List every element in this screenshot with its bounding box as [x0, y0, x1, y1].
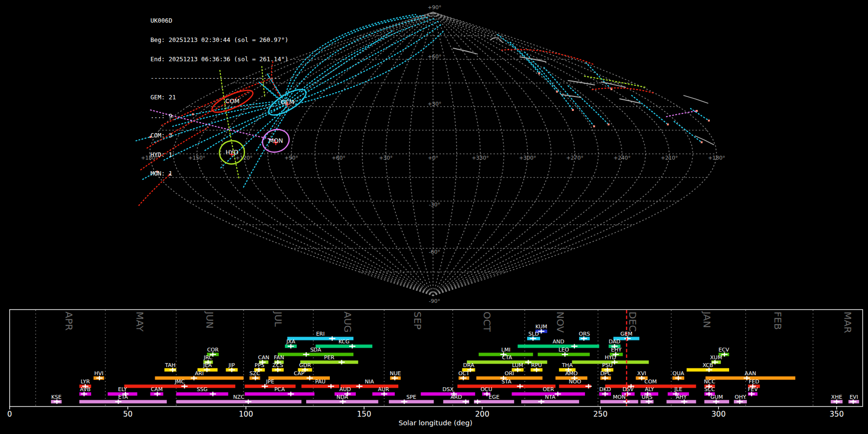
shower-label-CAM: CAM — [151, 386, 163, 393]
meteor-trail — [453, 48, 477, 54]
meteor-trail — [592, 88, 654, 93]
axis-tick-label: 200 — [475, 410, 489, 419]
shower-bar-PCA — [245, 393, 315, 396]
month-label-JUN: JUN — [204, 311, 216, 329]
shower-label-PSU: PSU — [602, 362, 613, 368]
shower-label-KSE: KSE — [51, 394, 61, 400]
shower-label-PCA: PCA — [274, 386, 285, 393]
shower-label-RPU: RPU — [531, 362, 542, 368]
map-latitude-label: +90° — [428, 4, 442, 11]
meteor-trail — [294, 24, 442, 102]
separator-line: ------------------------------------ — [150, 75, 288, 81]
shower-label-KUM: KUM — [535, 324, 547, 330]
session-begin: Beg: 20251213 02:30:44 (sol = 260.97°) — [150, 37, 288, 43]
axis-tick-label: 0 — [7, 410, 12, 419]
shower-label-NZC: NZC — [233, 394, 245, 400]
shower-label-CAN: CAN — [258, 354, 269, 361]
map-longitude-label: +270° — [566, 155, 583, 161]
meteor-trail — [136, 137, 150, 141]
shower-bar-NTA — [521, 400, 579, 404]
shower-label-SLD: SLD — [529, 331, 539, 337]
axis-tick-label: 250 — [593, 410, 608, 419]
shower-label-FEV: FEV — [748, 386, 758, 393]
shower-label-HYD: HYD — [605, 354, 616, 361]
shower-label-KCG: KCG — [339, 339, 350, 345]
shower-label-SZC: SZC — [249, 370, 260, 377]
shower-label-JLE: JLE — [674, 386, 682, 393]
shower-bar-SDA — [278, 353, 353, 356]
sky-map-and-activity-chart: +180°+150°+120°+90°+60°+30°+0°+330°+300°… — [0, 0, 868, 434]
shower-label-AVB: AVB — [80, 386, 91, 393]
shower-label-ALY: ALY — [645, 386, 654, 393]
station-id: UK006D — [150, 17, 288, 24]
axis-tick-label: 300 — [711, 410, 726, 419]
shower-label-ELY: ELY — [118, 386, 127, 393]
shower-label-EGE: EGE — [488, 394, 499, 400]
shower-label-SSG: SSG — [197, 386, 208, 393]
month-label-AUG: AUG — [342, 312, 353, 333]
shower-label-DSX: DSX — [442, 386, 453, 393]
count-hyd: HYD: 1 — [150, 151, 288, 158]
shower-label-DSV: DSV — [623, 386, 634, 393]
trail-endpoint-marker — [708, 120, 710, 122]
map-longitude-label: +60° — [332, 155, 346, 161]
shower-label-LUM: LUM — [512, 362, 523, 368]
shower-label-CAP: CAP — [294, 370, 304, 377]
shower-label-EVI: EVI — [850, 394, 858, 400]
shower-bar-SSG — [176, 393, 228, 396]
shower-label-CTA: CTA — [502, 354, 513, 361]
activity-timeline-chart: APRMAYJUNJULAUGSEPOCTNOVDECJANFEBMARKUME… — [7, 310, 863, 427]
month-label-MAY: MAY — [134, 312, 146, 332]
shower-label-OCU: OCU — [480, 386, 492, 393]
shower-label-LYR: LYR — [81, 379, 90, 385]
meteor-trail — [544, 68, 594, 126]
shower-label-ERI: ERI — [316, 331, 325, 337]
shower-label-FAN: FAN — [274, 354, 284, 361]
session-info-panel: UK006D Beg: 20251213 02:30:44 (sol = 260… — [150, 5, 288, 190]
shower-label-HVI: HVI — [94, 370, 103, 377]
shower-label-URS: URS — [641, 394, 652, 400]
shower-label-ARI: ARI — [195, 370, 203, 377]
shower-label-GUM: GUM — [710, 394, 723, 400]
month-label-JUL: JUL — [272, 311, 284, 327]
shower-label-JXA: JXA — [286, 339, 296, 345]
count-com: COM: 3 — [150, 132, 288, 138]
shower-label-JMC: JMC — [175, 379, 185, 385]
shower-label-XCB: XCB — [703, 362, 713, 368]
meteor-trail — [586, 63, 611, 89]
shower-label-OCT: OCT — [458, 370, 469, 377]
shower-label-EHY: EHY — [611, 347, 622, 353]
shower-label-NCC: NCC — [704, 379, 716, 385]
month-label-SEP: SEP — [412, 312, 423, 329]
shower-label-QUA: QUA — [673, 370, 685, 377]
shower-label-DPC: DPC — [600, 370, 611, 377]
meteor-trail — [498, 35, 539, 73]
shower-label-PAU: PAU — [315, 379, 326, 385]
shower-label-NTA: NTA — [545, 394, 556, 400]
trail-endpoint-marker — [556, 91, 558, 93]
meteor-trail — [695, 136, 714, 145]
shower-bar-STA — [458, 385, 556, 388]
shower-label-DKD: DKD — [599, 386, 611, 393]
shower-label-PER: PER — [324, 354, 335, 361]
shower-label-NDA: NDA — [337, 394, 349, 400]
month-label-JAN: JAN — [701, 311, 713, 328]
map-longitude-label: +30° — [379, 155, 393, 161]
trail-endpoint-marker — [696, 110, 698, 112]
shower-label-ORS: ORS — [579, 331, 590, 337]
map-longitude-label: +330° — [472, 155, 489, 161]
shower-label-XUM: XUM — [710, 354, 722, 361]
x-axis-title: Solar longitude (deg) — [398, 419, 472, 427]
map-latitude-label: -30° — [429, 202, 440, 208]
count-gem: GEM: 21 — [150, 94, 288, 100]
month-label-APR: APR — [63, 312, 75, 331]
shower-label-TAH: TAH — [164, 362, 176, 368]
shower-label-COR: COR — [207, 347, 218, 353]
meteor-trail — [691, 108, 709, 121]
shower-label-AUD: AUD — [339, 386, 351, 393]
trail-endpoint-marker — [572, 109, 574, 111]
map-longitude-label: +0° — [428, 155, 438, 161]
trail-endpoint-marker — [593, 125, 595, 127]
month-label-OCT: OCT — [481, 312, 493, 332]
shower-label-NOO: NOO — [569, 379, 582, 385]
